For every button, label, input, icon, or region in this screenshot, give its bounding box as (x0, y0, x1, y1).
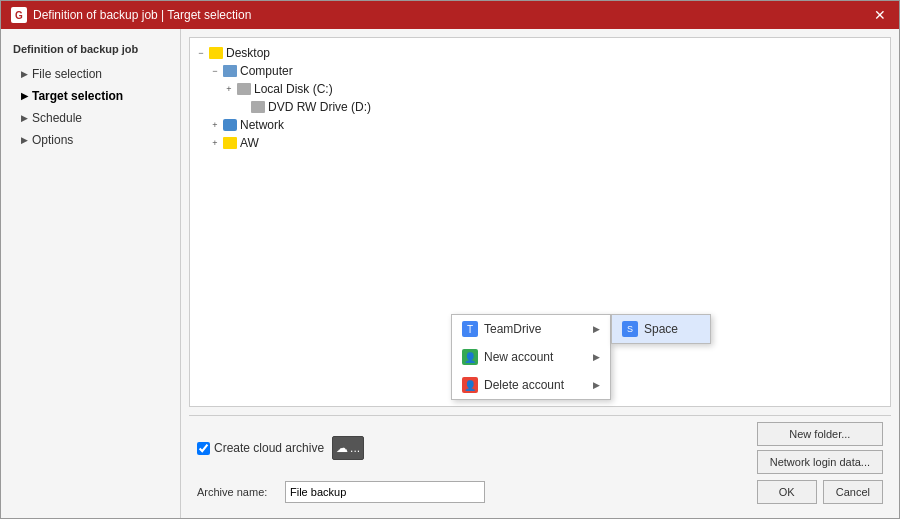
sidebar-title: Definition of backup job (1, 39, 180, 63)
newaccount-icon: 👤 (462, 349, 478, 365)
sidebar: Definition of backup job ▶ File selectio… (1, 29, 181, 518)
title-bar: G Definition of backup job | Target sele… (1, 1, 899, 29)
context-menu-teamdrive-label: TeamDrive (484, 322, 541, 336)
tree-label: Local Disk (C:) (254, 82, 333, 96)
archive-name-label: Archive name: (197, 486, 277, 498)
network-login-data-button[interactable]: Network login data... (757, 450, 883, 474)
cancel-button[interactable]: Cancel (823, 480, 883, 504)
context-menu-item-deleteaccount[interactable]: 👤 Delete account ▶ (452, 371, 610, 399)
sidebar-item-schedule[interactable]: ▶ Schedule (1, 107, 180, 129)
context-menu-deleteaccount-label: Delete account (484, 378, 564, 392)
sidebar-item-label: Options (32, 133, 73, 147)
chevron-right-icon: ▶ (593, 352, 600, 362)
expander-icon: − (196, 48, 206, 58)
tree-item-computer[interactable]: − Computer (210, 62, 884, 80)
submenu-teamdrive[interactable]: S Space (611, 314, 711, 344)
cloud-btn-suffix: ... (350, 441, 360, 455)
chevron-right-icon: ▶ (593, 324, 600, 334)
cloud-row: Create cloud archive ☁ ... New folder...… (197, 422, 883, 474)
arrow-icon: ▶ (21, 69, 28, 79)
sidebar-item-label: File selection (32, 67, 102, 81)
dialog-body: Definition of backup job ▶ File selectio… (1, 29, 899, 518)
title-bar-text: Definition of backup job | Target select… (33, 8, 251, 22)
tree-label: Desktop (226, 46, 270, 60)
sidebar-item-file-selection[interactable]: ▶ File selection (1, 63, 180, 85)
computer-icon (223, 65, 237, 77)
expander-icon: + (224, 84, 234, 94)
close-button[interactable]: ✕ (871, 6, 889, 24)
disk-icon (237, 83, 251, 95)
tree-item-desktop[interactable]: − Desktop (196, 44, 884, 62)
context-menu[interactable]: T TeamDrive ▶ 👤 New account ▶ (451, 314, 611, 400)
main-content: − Desktop − Computer + Local Disk (C:) (181, 29, 899, 518)
create-cloud-archive-text: Create cloud archive (214, 441, 324, 455)
context-menu-item-newaccount[interactable]: 👤 New account ▶ (452, 343, 610, 371)
sidebar-item-target-selection[interactable]: ▶ Target selection (1, 85, 180, 107)
tree-item-local-disk[interactable]: + Local Disk (C:) (224, 80, 884, 98)
tree-label: Network (240, 118, 284, 132)
tree-label: Computer (240, 64, 293, 78)
archive-name-input[interactable] (285, 481, 485, 503)
sidebar-item-label: Target selection (32, 89, 123, 103)
context-menu-newaccount-label: New account (484, 350, 553, 364)
expander-icon: − (210, 66, 220, 76)
context-menu-item-teamdrive[interactable]: T TeamDrive ▶ (452, 315, 610, 343)
cloud-icon: ☁ (336, 441, 348, 455)
main-dialog: G Definition of backup job | Target sele… (0, 0, 900, 519)
create-cloud-archive-checkbox[interactable] (197, 442, 210, 455)
title-bar-left: G Definition of backup job | Target sele… (11, 7, 251, 23)
archive-row: Archive name: (197, 481, 485, 503)
deleteaccount-icon: 👤 (462, 377, 478, 393)
arrow-icon: ▶ (21, 91, 28, 101)
space-icon: S (622, 321, 638, 337)
teamdrive-icon: T (462, 321, 478, 337)
app-logo: G (11, 7, 27, 23)
folder-icon (209, 47, 223, 59)
sidebar-item-label: Schedule (32, 111, 82, 125)
submenu-space-label: Space (644, 322, 678, 336)
expander-icon: + (210, 120, 220, 130)
arrow-icon: ▶ (21, 135, 28, 145)
context-menu-item-left: 👤 New account (462, 349, 553, 365)
tree-item-dvd-drive[interactable]: DVD RW Drive (D:) (238, 98, 884, 116)
expander-icon (238, 102, 248, 112)
cloud-dropdown-button[interactable]: ☁ ... (332, 436, 364, 460)
context-menu-item-left: 👤 Delete account (462, 377, 564, 393)
tree-item-aw[interactable]: + AW (210, 134, 884, 152)
arrow-icon: ▶ (21, 113, 28, 123)
tree-item-network[interactable]: + Network (210, 116, 884, 134)
network-icon (223, 119, 237, 131)
sidebar-item-options[interactable]: ▶ Options (1, 129, 180, 151)
chevron-right-icon: ▶ (593, 380, 600, 390)
submenu-item-space[interactable]: S Space (612, 315, 710, 343)
disk-icon (251, 101, 265, 113)
folder-icon (223, 137, 237, 149)
new-folder-button[interactable]: New folder... (757, 422, 883, 446)
tree-label: DVD RW Drive (D:) (268, 100, 371, 114)
expander-icon: + (210, 138, 220, 148)
create-cloud-archive-label[interactable]: Create cloud archive (197, 441, 324, 455)
ok-button[interactable]: OK (757, 480, 817, 504)
tree-label: AW (240, 136, 259, 150)
context-menu-item-left: T TeamDrive (462, 321, 541, 337)
bottom-section: Create cloud archive ☁ ... New folder...… (189, 415, 891, 510)
